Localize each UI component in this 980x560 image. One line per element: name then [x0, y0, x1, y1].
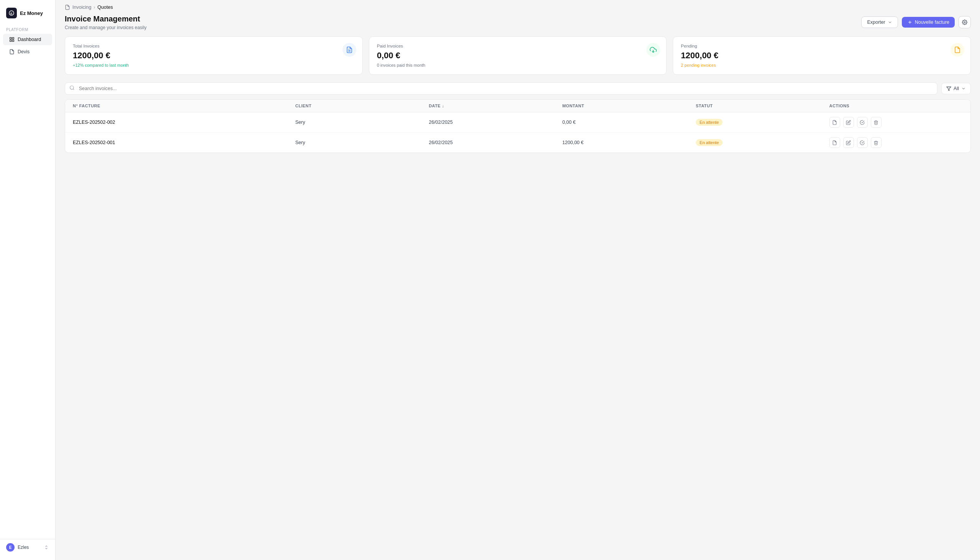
- user-name: Ezles: [18, 545, 41, 550]
- header-actions: Exporter Nouvelle facture: [861, 16, 971, 28]
- col-statut: STATUT: [696, 103, 829, 108]
- sidebar-user[interactable]: E Ezles: [0, 539, 55, 555]
- client-1: Sery: [296, 120, 429, 125]
- stat-card-paid: Paid Invoices 0,00 € 0 invoices paid thi…: [369, 37, 667, 75]
- stat-card-total: Total Invoices 1200,00 € +12% compared t…: [65, 37, 363, 75]
- sidebar-item-devis[interactable]: Devis: [3, 46, 52, 57]
- page-title: Invoice Management: [65, 15, 146, 23]
- stat-card-pending: Pending 1200,00 € 2 pending invoices: [673, 37, 971, 75]
- filter-icon: [946, 86, 951, 91]
- breadcrumb-separator: ›: [93, 5, 95, 10]
- svg-rect-4: [12, 40, 14, 42]
- date-1: 26/02/2025: [429, 120, 562, 125]
- date-2: 26/02/2025: [429, 140, 562, 145]
- svg-text:E: E: [10, 12, 13, 15]
- export-button[interactable]: Exporter: [861, 17, 898, 28]
- sidebar-logo: E Ez Money: [0, 5, 55, 25]
- sidebar-item-dashboard[interactable]: Dashboard: [3, 34, 52, 45]
- col-date: DATE ↓: [429, 103, 562, 108]
- main-content: Invoicing › Quotes Invoice Management Cr…: [56, 0, 980, 560]
- page-header: Invoice Management Create and manage you…: [56, 15, 980, 37]
- devis-icon: [9, 49, 15, 55]
- col-invoice-num: N° FACTURE: [73, 103, 296, 108]
- edit-button-1[interactable]: [843, 117, 854, 128]
- stat-paid-sub: 0 invoices paid this month: [377, 63, 659, 67]
- montant-2: 1200,00 €: [562, 140, 696, 145]
- svg-rect-5: [10, 40, 12, 42]
- statut-2: En attente: [696, 139, 829, 146]
- check-circle-icon: [860, 120, 865, 125]
- stat-paid-label: Paid Invoices: [377, 44, 659, 48]
- view-button-2[interactable]: [829, 137, 840, 148]
- status-badge-1: En attente: [696, 119, 723, 126]
- dashboard-icon: [9, 37, 15, 42]
- stat-pending-value: 1200,00 €: [681, 51, 963, 60]
- actions-2: [829, 137, 963, 148]
- stat-pending-label: Pending: [681, 44, 963, 48]
- svg-line-13: [73, 89, 74, 90]
- settings-button[interactable]: [958, 16, 971, 28]
- view-button-1[interactable]: [829, 117, 840, 128]
- delete-button-2[interactable]: [871, 137, 882, 148]
- edit-icon: [846, 120, 851, 125]
- breadcrumb: Invoicing › Quotes: [56, 0, 980, 15]
- chevron-down-icon: [888, 20, 892, 25]
- sidebar-item-dashboard-label: Dashboard: [18, 37, 41, 42]
- stat-pending-icon: [950, 43, 964, 57]
- col-client: CLIENT: [296, 103, 429, 108]
- nouvelle-facture-button[interactable]: Nouvelle facture: [902, 17, 955, 28]
- svg-point-8: [964, 22, 965, 23]
- table-section: All N° FACTURE CLIENT DATE ↓ MONTANT STA…: [56, 82, 980, 153]
- avatar: E: [6, 543, 15, 552]
- file-icon: [832, 140, 837, 145]
- invoice-num-2: EZLES-202502-001: [73, 140, 296, 145]
- statut-1: En attente: [696, 119, 829, 126]
- stat-pending-sub: 2 pending invoices: [681, 63, 963, 67]
- search-input[interactable]: [65, 82, 937, 95]
- invoice-num-1: EZLES-202502-002: [73, 120, 296, 125]
- svg-point-12: [70, 86, 73, 89]
- actions-1: [829, 117, 963, 128]
- approve-button-1[interactable]: [857, 117, 868, 128]
- delete-button-1[interactable]: [871, 117, 882, 128]
- stats-grid: Total Invoices 1200,00 € +12% compared t…: [56, 37, 980, 82]
- chevron-down-filter-icon: [961, 86, 966, 91]
- edit-button-2[interactable]: [843, 137, 854, 148]
- trash-icon: [874, 140, 879, 145]
- svg-rect-2: [10, 38, 12, 39]
- stat-total-label: Total Invoices: [73, 44, 355, 48]
- breadcrumb-current: Quotes: [97, 5, 113, 10]
- col-actions: ACTIONS: [829, 103, 963, 108]
- col-montant: MONTANT: [562, 103, 696, 108]
- filter-button[interactable]: All: [941, 83, 971, 94]
- approve-button-2[interactable]: [857, 137, 868, 148]
- page-icon: [65, 5, 70, 10]
- app-logo-text: Ez Money: [20, 10, 43, 16]
- stat-paid-value: 0,00 €: [377, 51, 659, 60]
- stat-total-icon: [342, 43, 356, 57]
- stat-total-sub: +12% compared to last month: [73, 63, 355, 67]
- table-header: N° FACTURE CLIENT DATE ↓ MONTANT STATUT …: [65, 100, 970, 112]
- table-toolbar: All: [65, 82, 971, 95]
- montant-1: 0,00 €: [562, 120, 696, 125]
- app-logo-icon: E: [6, 8, 17, 18]
- file-icon: [832, 120, 837, 125]
- edit-icon: [846, 140, 851, 145]
- page-subtitle: Create and manage your invoices easily: [65, 25, 146, 30]
- sidebar: E Ez Money Platform Dashboard Devis E Ez…: [0, 0, 56, 560]
- svg-rect-3: [12, 38, 14, 39]
- page-title-group: Invoice Management Create and manage you…: [65, 15, 146, 30]
- trash-icon: [874, 120, 879, 125]
- status-badge-2: En attente: [696, 139, 723, 146]
- table-row: EZLES-202502-002 Sery 26/02/2025 0,00 € …: [65, 112, 970, 133]
- plus-icon: [907, 20, 913, 25]
- check-circle-icon: [860, 140, 865, 145]
- settings-icon: [962, 20, 967, 25]
- stat-total-value: 1200,00 €: [73, 51, 355, 60]
- breadcrumb-parent[interactable]: Invoicing: [72, 5, 91, 10]
- table-row: EZLES-202502-001 Sery 26/02/2025 1200,00…: [65, 133, 970, 153]
- search-wrapper: [65, 82, 937, 95]
- chevron-up-down-icon: [44, 545, 49, 550]
- client-2: Sery: [296, 140, 429, 145]
- sidebar-section-label: Platform: [0, 25, 55, 33]
